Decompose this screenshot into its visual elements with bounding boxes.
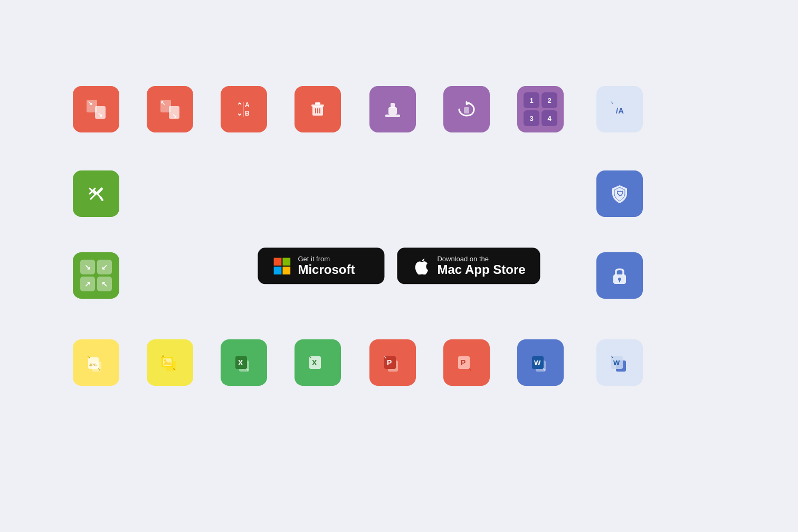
svg-text:B: B [245,110,250,117]
num-3: 3 [524,110,539,126]
svg-text:↘: ↘ [309,355,311,358]
store-buttons-container: Get it from Microsoft Download on the Ma… [258,248,540,284]
pdf-to-excel-icon[interactable]: X ↘ [294,339,341,386]
svg-text:W: W [534,359,541,367]
svg-text:↘: ↘ [610,100,614,105]
svg-rect-33 [619,280,620,282]
num-4: 4 [542,110,557,126]
shield-icon[interactable]: 🛡 [596,170,643,217]
svg-text:↘: ↘ [543,368,545,371]
excel-to-pdf-icon[interactable]: X ↘ [221,339,267,386]
svg-rect-20 [385,115,400,117]
ocr-icon[interactable]: ↘ /A [596,86,643,132]
svg-text:JPG: JPG [89,363,97,367]
svg-text:↘: ↘ [246,368,249,371]
sort-ab-icon[interactable]: ⌃ ⌄ A B [221,86,267,132]
svg-text:↗: ↗ [161,355,164,358]
lock-icon[interactable] [596,252,643,299]
microsoft-store-text: Get it from Microsoft [298,255,355,277]
arrow-tl: ↘ [80,260,95,274]
svg-rect-12 [243,102,244,117]
rotate-pdf-icon[interactable] [443,86,490,132]
svg-rect-70 [282,258,290,265]
microsoft-store-line1: Get it from [298,255,355,263]
microsoft-store-button[interactable]: Get it from Microsoft [258,248,384,284]
word-to-pdf-icon[interactable]: W ↘ [517,339,564,386]
svg-text:P: P [387,358,392,367]
mac-store-line1: Download on the [437,255,525,263]
svg-rect-21 [388,107,397,115]
mac-store-line2: Mac App Store [437,263,525,277]
arrow-br: ↖ [97,277,112,291]
image-convert-icon[interactable]: ↘ ↗ [147,339,193,386]
svg-text:↘: ↘ [98,111,102,118]
stamp-icon[interactable] [369,86,416,132]
svg-rect-18 [317,108,318,113]
ppt-to-pdf-icon[interactable]: P ↘ [369,339,416,386]
pdf-to-ppt-icon[interactable]: P ↘ [443,339,490,386]
svg-text:↘: ↘ [172,112,177,119]
num-2: 2 [542,92,557,108]
icons-container: ↘ ↘ ↖ ↘ ⌃ ⌄ A B [0,0,798,532]
svg-text:🛡: 🛡 [616,189,624,198]
svg-text:↘: ↘ [611,355,613,358]
svg-text:/A: /A [616,106,624,115]
mac-appstore-button[interactable]: Download on the Mac App Store [397,248,540,284]
svg-text:↘: ↘ [87,355,90,359]
svg-text:X: X [312,358,317,367]
svg-rect-17 [315,108,316,113]
microsoft-store-line2: Microsoft [298,263,355,277]
pdf-to-word-icon[interactable]: W ↘ [596,339,643,386]
svg-line-27 [100,197,102,200]
svg-text:↘: ↘ [469,368,471,371]
svg-text:A: A [245,101,250,109]
apple-logo [412,256,431,276]
microsoft-logo [272,256,291,276]
svg-rect-16 [315,102,320,104]
tools-icon[interactable] [73,170,119,217]
svg-text:⌄: ⌄ [236,109,243,117]
page-number-icon[interactable]: 1 2 3 4 [517,86,564,132]
split-pdf-icon[interactable]: ↖ ↘ [147,86,193,132]
svg-text:P: P [461,358,466,367]
svg-text:↘: ↘ [98,367,101,371]
arrow-bl: ↗ [80,277,95,291]
svg-text:W: W [613,359,620,367]
num-1: 1 [524,92,539,108]
mac-store-text: Download on the Mac App Store [437,255,525,277]
svg-text:↖: ↖ [160,100,165,106]
svg-text:↘: ↘ [88,100,92,106]
compress-icon[interactable]: ↘ ↙ ↗ ↖ [73,252,119,299]
svg-text:↘: ↘ [384,356,386,359]
svg-text:X: X [238,358,243,367]
svg-rect-23 [464,107,469,113]
svg-rect-22 [391,103,395,108]
merge-pdf-icon[interactable]: ↘ ↘ [73,86,119,132]
arrow-tr: ↙ [97,260,112,274]
delete-pdf-icon[interactable] [294,86,341,132]
jpg-to-pdf-icon[interactable]: JPG ↘ ↘ [73,339,119,386]
svg-rect-19 [319,108,320,113]
svg-point-42 [164,359,166,362]
svg-text:↘: ↘ [172,367,175,370]
svg-rect-72 [282,267,290,274]
svg-rect-69 [273,258,281,265]
svg-rect-71 [273,267,281,274]
